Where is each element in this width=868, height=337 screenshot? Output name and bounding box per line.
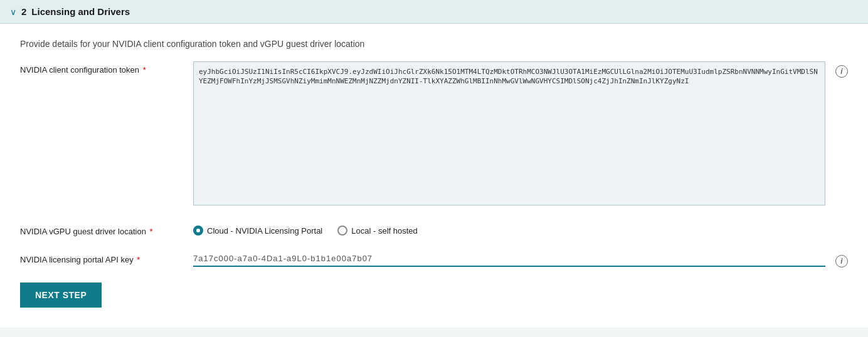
radio-cloud-label: Cloud - NVIDIA Licensing Portal bbox=[207, 226, 322, 236]
token-info-icon[interactable]: i bbox=[835, 65, 848, 78]
radio-option-local[interactable]: Local - self hosted bbox=[337, 226, 418, 236]
section-header: ∨ 2 Licensing and Drivers bbox=[0, 0, 868, 24]
api-key-wrapper bbox=[193, 251, 825, 267]
page-container: ∨ 2 Licensing and Drivers Provide detail… bbox=[0, 0, 868, 337]
api-required-star: * bbox=[135, 255, 140, 264]
driver-location-label: NVIDIA vGPU guest driver location * bbox=[20, 223, 183, 236]
description-text: Provide details for your NVIDIA client c… bbox=[20, 39, 848, 49]
token-textarea[interactable]: eyJhbGciOiJSUzI1NiIsInR5cCI6IkpXVCJ9.eyJ… bbox=[193, 61, 825, 205]
radio-option-cloud[interactable]: Cloud - NVIDIA Licensing Portal bbox=[193, 226, 322, 236]
section-number: 2 bbox=[21, 6, 26, 17]
radio-local-label: Local - self hosted bbox=[351, 226, 418, 236]
token-required-star: * bbox=[140, 65, 146, 75]
token-form-group: NVIDIA client configuration token * eyJh… bbox=[20, 61, 848, 208]
radio-cloud-indicator bbox=[193, 226, 203, 236]
api-key-form-group: NVIDIA licensing portal API key * i bbox=[20, 251, 848, 267]
driver-location-radio-group: Cloud - NVIDIA Licensing Portal Local - … bbox=[193, 223, 418, 236]
section-title: Licensing and Drivers bbox=[31, 6, 130, 17]
driver-required-star: * bbox=[147, 227, 153, 236]
driver-location-form-group: NVIDIA vGPU guest driver location * Clou… bbox=[20, 223, 848, 236]
radio-local-indicator bbox=[337, 226, 347, 236]
api-key-input[interactable] bbox=[193, 251, 825, 267]
token-label: NVIDIA client configuration token * bbox=[20, 61, 183, 75]
next-step-button[interactable]: NEXT STEP bbox=[20, 283, 102, 308]
token-textarea-wrapper: eyJhbGciOiJSUzI1NiIsInR5cCI6IkpXVCJ9.eyJ… bbox=[193, 61, 825, 208]
api-key-label: NVIDIA licensing portal API key * bbox=[20, 251, 183, 264]
content-area: Provide details for your NVIDIA client c… bbox=[0, 24, 868, 328]
chevron-icon[interactable]: ∨ bbox=[10, 7, 16, 17]
api-key-info-icon[interactable]: i bbox=[835, 255, 848, 267]
